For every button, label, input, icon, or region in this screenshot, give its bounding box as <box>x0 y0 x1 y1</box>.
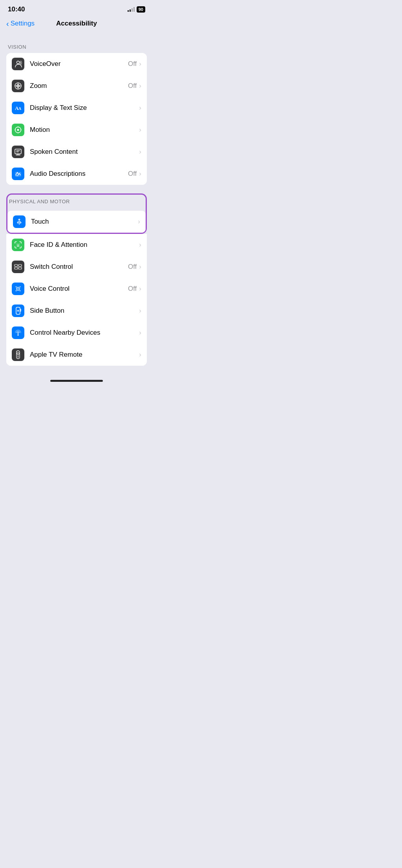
spoken-content-label: Spoken Content <box>30 148 139 156</box>
svg-point-28 <box>20 286 20 287</box>
back-label: Settings <box>11 20 35 27</box>
voiceover-label: VoiceOver <box>30 60 128 68</box>
motion-icon <box>12 124 24 136</box>
vision-group: VoiceOver Off › Zoom Off › A <box>6 53 147 185</box>
voice-control-label: Voice Control <box>30 285 128 293</box>
motion-chevron-icon: › <box>139 126 141 134</box>
svg-text:A: A <box>18 106 22 111</box>
audio-descriptions-icon: AD <box>12 168 24 180</box>
zoom-value: Off <box>128 82 137 90</box>
battery-level: 90 <box>137 6 145 13</box>
apple-tv-remote-chevron-icon: › <box>139 351 141 359</box>
motion-row[interactable]: Motion › <box>6 119 147 141</box>
face-id-row[interactable]: Face ID & Attention › <box>6 234 147 256</box>
status-icons: 90 <box>128 6 145 13</box>
zoom-label: Zoom <box>30 82 128 90</box>
svg-point-29 <box>16 290 16 291</box>
display-text-size-icon: A A <box>12 102 24 114</box>
audio-descriptions-label: Audio Descriptions <box>30 170 128 178</box>
switch-control-label: Switch Control <box>30 263 128 271</box>
side-button-label: Side Button <box>30 307 139 315</box>
svg-point-10 <box>18 132 18 133</box>
spoken-content-chevron-icon: › <box>139 148 141 156</box>
signal-bars-icon <box>128 7 135 12</box>
switch-control-icon <box>12 261 24 273</box>
apple-tv-remote-row[interactable]: Apple TV Remote › <box>6 344 147 366</box>
back-button[interactable]: ‹ Settings <box>6 20 35 27</box>
face-id-icon <box>12 239 24 251</box>
section-label-vision: VISION <box>6 44 147 50</box>
nav-bar: ‹ Settings Accessibility <box>0 16 153 32</box>
svg-point-11 <box>15 129 15 130</box>
voiceover-row[interactable]: VoiceOver Off › <box>6 53 147 75</box>
settings-content: VISION VoiceOver Off › <box>0 32 153 369</box>
svg-point-38 <box>17 353 19 355</box>
svg-rect-25 <box>18 267 22 269</box>
physical-motor-highlight-container: PHYSICAL AND MOTOR Touch › <box>6 193 147 234</box>
switch-control-chevron-icon: › <box>139 263 141 271</box>
svg-point-20 <box>19 244 20 244</box>
touch-label: Touch <box>31 218 138 226</box>
side-button-chevron-icon: › <box>139 307 141 315</box>
physical-motor-rest-group: Face ID & Attention › Switch Control Off… <box>6 234 147 366</box>
spoken-content-row[interactable]: Spoken Content › <box>6 141 147 163</box>
control-nearby-chevron-icon: › <box>139 329 141 337</box>
svg-point-12 <box>20 129 21 130</box>
status-time: 10:40 <box>8 5 25 13</box>
svg-point-27 <box>16 286 16 287</box>
side-button-row[interactable]: Side Button › <box>6 300 147 322</box>
apple-tv-remote-icon <box>12 348 24 361</box>
face-id-label: Face ID & Attention <box>30 241 139 249</box>
svg-point-9 <box>18 126 18 127</box>
home-bar <box>50 380 103 382</box>
svg-point-30 <box>20 290 20 291</box>
home-indicator <box>0 377 153 384</box>
voice-control-row[interactable]: Voice Control Off › <box>6 278 147 300</box>
svg-rect-13 <box>15 149 21 154</box>
switch-control-row[interactable]: Switch Control Off › <box>6 256 147 278</box>
control-nearby-row[interactable]: Control Nearby Devices › <box>6 322 147 344</box>
voiceover-icon <box>12 58 24 70</box>
svg-rect-22 <box>15 264 18 266</box>
face-id-chevron-icon: › <box>139 241 141 249</box>
page-title: Accessibility <box>56 20 97 27</box>
svg-text:AD: AD <box>16 175 19 177</box>
status-bar: 10:40 90 <box>0 0 153 16</box>
zoom-row[interactable]: Zoom Off › <box>6 75 147 97</box>
back-chevron-icon: ‹ <box>6 20 9 27</box>
voiceover-value: Off <box>128 60 137 68</box>
display-text-size-chevron-icon: › <box>139 104 141 112</box>
svg-point-0 <box>17 61 20 64</box>
voice-control-value: Off <box>128 285 137 293</box>
control-nearby-label: Control Nearby Devices <box>30 329 139 337</box>
section-label-physical-motor: PHYSICAL AND MOTOR <box>7 195 146 208</box>
svg-point-31 <box>18 288 19 290</box>
voiceover-chevron-icon: › <box>139 60 141 68</box>
audio-descriptions-value: Off <box>128 170 137 178</box>
svg-point-36 <box>18 335 19 336</box>
audio-descriptions-chevron-icon: › <box>139 170 141 178</box>
display-text-size-label: Display & Text Size <box>30 104 139 112</box>
zoom-chevron-icon: › <box>139 82 141 90</box>
physical-motor-group: Touch › <box>7 211 146 233</box>
audio-descriptions-row[interactable]: AD Audio Descriptions Off › <box>6 163 147 185</box>
motion-label: Motion <box>30 126 139 134</box>
zoom-icon <box>12 80 24 92</box>
display-text-size-row[interactable]: A A Display & Text Size › <box>6 97 147 119</box>
svg-point-8 <box>17 129 19 131</box>
side-button-icon <box>12 305 24 317</box>
touch-icon <box>13 215 26 228</box>
svg-point-19 <box>17 244 18 244</box>
control-nearby-icon <box>12 326 24 339</box>
voice-control-chevron-icon: › <box>139 285 141 293</box>
spoken-content-icon <box>12 146 24 158</box>
apple-tv-remote-label: Apple TV Remote <box>30 351 139 359</box>
switch-control-value: Off <box>128 263 137 271</box>
battery-icon: 90 <box>137 6 145 13</box>
touch-chevron-icon: › <box>138 218 140 226</box>
svg-rect-24 <box>15 267 18 269</box>
svg-point-40 <box>18 357 18 358</box>
voice-control-icon <box>12 283 24 295</box>
svg-rect-23 <box>18 264 22 266</box>
touch-row[interactable]: Touch › <box>7 211 146 233</box>
